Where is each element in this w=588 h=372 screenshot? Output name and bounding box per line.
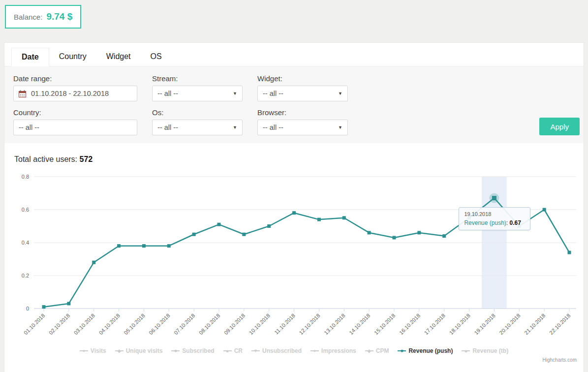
filter-row-1: Date range: 01.10.2018 - 22.10.2018 xyxy=(13,74,580,101)
legend-label: Subscribed xyxy=(182,347,214,354)
data-point[interactable] xyxy=(192,233,196,236)
data-point[interactable] xyxy=(442,234,446,238)
legend-label: Visits xyxy=(91,347,106,354)
data-point[interactable] xyxy=(292,211,296,215)
total-active-users-label: Total active users: xyxy=(14,155,77,163)
balance-label: Balance: xyxy=(14,13,42,21)
circle-marker-icon: ● xyxy=(80,348,88,354)
data-point[interactable] xyxy=(417,231,421,234)
chevron-down-icon: ▼ xyxy=(233,125,237,130)
date-range-field: Date range: 01.10.2018 - 22.10.2018 xyxy=(13,74,137,101)
balance-box: Balance: 9.74 $ xyxy=(5,5,81,29)
data-point[interactable] xyxy=(342,216,346,219)
country-select[interactable]: -- all -- xyxy=(13,120,137,135)
browser-label: Browser: xyxy=(257,108,348,117)
legend-item-subscribed[interactable]: ■Subscribed xyxy=(171,347,214,354)
data-point[interactable] xyxy=(242,233,246,236)
os-label: Os: xyxy=(152,108,243,117)
x-axis-label: 14.10.2018 xyxy=(348,312,371,336)
os-select[interactable]: -- all -- ▼ xyxy=(152,120,243,135)
legend-item-unsubscribed[interactable]: ▼Unsubscribed xyxy=(251,347,302,354)
legend-label: Unique visits xyxy=(126,347,163,354)
x-axis-label: 19.10.2018 xyxy=(473,312,496,336)
x-axis-label: 10.10.2018 xyxy=(248,312,271,336)
triangle-down-marker-icon: ▼ xyxy=(251,348,260,354)
x-axis-label: 05.10.2018 xyxy=(123,312,146,336)
legend-label: Revenue (tb) xyxy=(472,347,508,354)
data-point[interactable] xyxy=(518,224,521,228)
data-point[interactable] xyxy=(393,236,396,239)
data-point[interactable] xyxy=(467,216,471,219)
x-axis-label: 17.10.2018 xyxy=(423,312,446,336)
widget-select[interactable]: -- all -- ▼ xyxy=(257,86,348,101)
legend-label: Impressions xyxy=(321,347,356,354)
data-point[interactable] xyxy=(568,251,571,254)
legend-item-visits[interactable]: ●Visits xyxy=(80,347,106,354)
os-select-value: -- all -- xyxy=(157,124,178,131)
x-axis-label: 01.10.2018 xyxy=(23,312,46,336)
y-axis-label: 0.2 xyxy=(22,273,29,279)
browser-select-value: -- all -- xyxy=(263,124,283,131)
country-label: Country: xyxy=(13,108,137,117)
y-axis-label: 0.8 xyxy=(22,174,29,180)
chart-area: 00.20.40.60.801.10.201802.10.201803.10.2… xyxy=(4,170,584,365)
diamond-marker-icon: ◆ xyxy=(365,348,373,354)
apply-wrap: Apply xyxy=(539,118,580,135)
browser-field: Browser: -- all -- ▼ xyxy=(257,108,348,135)
legend-item-revenue-push-[interactable]: ■Revenue (push) xyxy=(398,347,453,354)
data-point[interactable] xyxy=(67,302,70,305)
total-active-users-value: 572 xyxy=(80,155,93,163)
x-axis-label: 18.10.2018 xyxy=(448,312,471,336)
y-axis-label: 0 xyxy=(26,306,29,311)
x-axis-label: 21.10.2018 xyxy=(523,312,546,336)
legend-label: CR xyxy=(234,347,243,354)
chevron-down-icon: ▼ xyxy=(338,91,342,96)
date-range-label: Date range: xyxy=(13,74,137,83)
stream-field: Stream: -- all -- ▼ xyxy=(152,74,243,101)
tab-date[interactable]: Date xyxy=(11,48,49,66)
data-point-hovered[interactable] xyxy=(492,196,496,200)
legend-item-revenue-tb-[interactable]: ▲Revenue (tb) xyxy=(462,347,508,354)
stream-select[interactable]: -- all -- ▼ xyxy=(152,86,243,101)
stream-select-value: -- all -- xyxy=(157,90,178,97)
date-range-input[interactable]: 01.10.2018 - 22.10.2018 xyxy=(13,86,137,101)
summary-bar: Total active users: 572 xyxy=(4,143,584,170)
y-axis-label: 0.4 xyxy=(22,240,29,246)
filter-row-2: Country: -- all -- Os: -- all -- ▼ Brows… xyxy=(13,108,580,135)
data-point[interactable] xyxy=(92,261,95,264)
legend-item-impressions[interactable]: ●Impressions xyxy=(310,347,356,354)
calendar-icon[interactable] xyxy=(19,90,26,97)
x-axis-label: 16.10.2018 xyxy=(398,312,421,336)
data-point[interactable] xyxy=(42,305,46,309)
tab-country[interactable]: Country xyxy=(49,48,96,66)
circle-marker-icon: ● xyxy=(310,348,319,354)
y-axis-label: 0.6 xyxy=(22,207,29,213)
diamond-marker-icon: ◆ xyxy=(115,348,124,354)
x-axis-label: 11.10.2018 xyxy=(273,312,296,336)
tab-os[interactable]: OS xyxy=(141,48,172,66)
country-field: Country: -- all -- xyxy=(13,108,137,135)
legend-item-unique-visits[interactable]: ◆Unique visits xyxy=(115,347,163,354)
data-point[interactable] xyxy=(142,244,146,248)
data-point[interactable] xyxy=(368,231,371,234)
apply-button[interactable]: Apply xyxy=(539,118,580,135)
x-axis-label: 06.10.2018 xyxy=(148,312,171,336)
data-point[interactable] xyxy=(543,208,546,212)
data-point[interactable] xyxy=(167,244,171,248)
legend-item-cr[interactable]: ▲CR xyxy=(223,347,243,354)
legend-item-cpm[interactable]: ◆CPM xyxy=(365,347,389,354)
stream-label: Stream: xyxy=(152,74,243,83)
chart-legend: ●Visits◆Unique visits■Subscribed▲CR▼Unsu… xyxy=(10,347,578,356)
widget-label: Widget: xyxy=(257,74,348,83)
data-point[interactable] xyxy=(267,224,271,228)
data-point[interactable] xyxy=(117,244,121,248)
square-marker-icon: ■ xyxy=(171,348,180,354)
x-axis-label: 07.10.2018 xyxy=(173,312,196,336)
tab-widget[interactable]: Widget xyxy=(96,48,141,66)
x-axis-label: 12.10.2018 xyxy=(298,312,321,336)
os-field: Os: -- all -- ▼ xyxy=(152,108,243,135)
highcharts-credits[interactable]: Highcharts.com xyxy=(543,357,577,363)
data-point[interactable] xyxy=(217,223,221,226)
data-point[interactable] xyxy=(317,218,321,221)
browser-select[interactable]: -- all -- ▼ xyxy=(257,120,348,135)
